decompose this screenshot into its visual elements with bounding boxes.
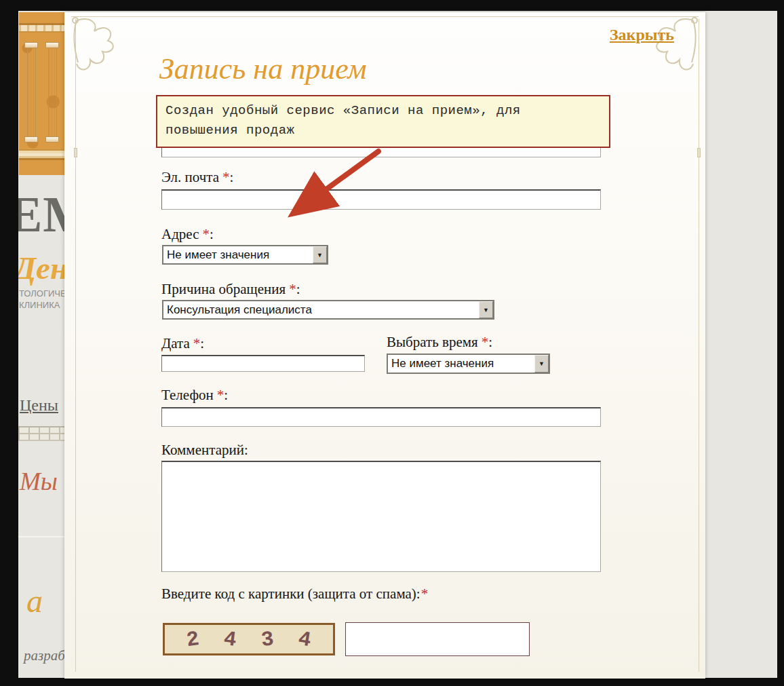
required-asterisk: *	[193, 335, 201, 351]
frame-line-left	[75, 19, 76, 672]
reason-label: Причина обращения*:	[161, 281, 300, 298]
reason-select-value: Консультация специалиста	[163, 303, 479, 317]
captcha-label: Введите код с картинки (защита от спама)…	[161, 586, 428, 603]
captcha-digit: 4	[222, 626, 238, 651]
frieze-ornament-left	[18, 426, 64, 441]
brand-subtitle-line2: КЛИНИКА	[19, 300, 60, 310]
background-left-column: ЕМЬ Дент ТОЛОГИЧЕС КЛИНИКА Цены Мы и а р…	[18, 11, 64, 678]
background-right-column: Вирт тур ОБ Лечен оте	[705, 11, 777, 678]
close-button[interactable]: Закрыть	[610, 26, 674, 44]
address-label: Адрес*:	[161, 226, 214, 243]
frame-line-top	[71, 16, 699, 17]
nav-link-prices[interactable]: Цены	[20, 396, 58, 415]
captcha-digit: 4	[297, 626, 313, 651]
required-asterisk: *	[482, 334, 489, 350]
email-input[interactable]	[161, 189, 601, 210]
callout-note: Создан удобный сервис «Записи на прием»,…	[156, 95, 610, 148]
clinic-logo-columns	[19, 12, 64, 175]
time-select[interactable]: Не имеет значения ▼	[387, 354, 550, 374]
logo-column-left	[24, 42, 38, 144]
brand-wordmark-fragment: ЕМЬ	[18, 186, 70, 244]
required-asterisk: *	[421, 586, 429, 602]
required-asterisk: *	[289, 281, 296, 297]
captcha-digit: 3	[260, 627, 275, 652]
required-asterisk: *	[217, 387, 224, 403]
frame-ornament-segment	[74, 148, 77, 157]
frame-ornament-segment	[697, 148, 701, 157]
time-label: Выбрать время*:	[387, 334, 492, 351]
address-select-value: Не имеет значения	[163, 248, 313, 262]
corner-ornament-top-right	[650, 15, 703, 77]
date-input[interactable]	[161, 355, 365, 372]
required-asterisk: *	[222, 169, 230, 185]
reason-select[interactable]: Консультация специалиста ▼	[162, 300, 494, 320]
time-select-value: Не имеет значения	[388, 357, 534, 370]
modal-title: Запись на прием	[159, 52, 367, 86]
appointment-modal: Закрыть Запись на прием Создан удобный с…	[64, 12, 705, 679]
captcha-image: 2 4 3 4	[163, 623, 335, 655]
address-select[interactable]: Не имеет значения ▼	[162, 245, 328, 265]
logo-cornice-top	[19, 23, 64, 33]
comment-label: Комментарий:	[161, 442, 248, 459]
phone-input[interactable]	[161, 407, 601, 427]
captcha-input[interactable]	[345, 622, 530, 656]
divider-left	[18, 536, 64, 537]
dropdown-arrow-icon[interactable]: ▼	[534, 355, 549, 373]
dropdown-arrow-icon[interactable]: ▼	[313, 246, 327, 263]
corner-ornament-top-left	[67, 15, 120, 77]
comment-textarea[interactable]	[161, 461, 601, 572]
frame-line-right	[699, 19, 699, 672]
logo-column-right	[45, 42, 59, 144]
phone-label: Телефон*:	[161, 387, 228, 404]
email-label: Эл. почта*:	[161, 169, 233, 186]
dropdown-arrow-icon[interactable]: ▼	[479, 301, 493, 318]
required-asterisk: *	[203, 226, 210, 242]
gold-fragment-left: а	[26, 582, 43, 620]
logo-cornice-bottom	[19, 149, 64, 160]
date-label: Дата*:	[161, 335, 204, 352]
captcha-digit: 2	[185, 626, 201, 651]
